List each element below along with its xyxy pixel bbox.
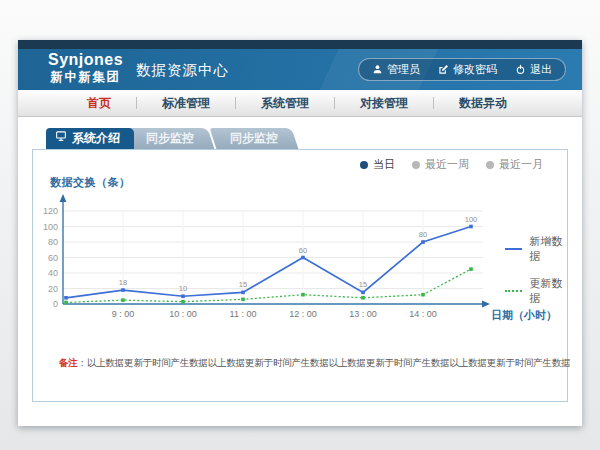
svg-text:14 : 00: 14 : 00: [409, 309, 437, 319]
logout-label: 退出: [530, 62, 552, 77]
user-toolbar: 管理员 修改密码 退出: [358, 58, 566, 81]
svg-text:80: 80: [419, 230, 427, 239]
edit-icon: [438, 64, 449, 75]
tab-label: 同步监控: [230, 128, 278, 149]
nav-item-data-change[interactable]: 数据异动: [434, 95, 532, 112]
radio-last-month[interactable]: 最近一月: [486, 157, 543, 172]
svg-text:100: 100: [43, 222, 58, 232]
svg-text:12 : 00: 12 : 00: [289, 309, 317, 319]
svg-text:100: 100: [465, 215, 478, 224]
user-icon: [372, 64, 383, 75]
logout-button[interactable]: 退出: [506, 62, 561, 77]
svg-text:15: 15: [359, 280, 367, 289]
solid-line-swatch-icon: [505, 248, 522, 250]
user-name-label: 管理员: [387, 62, 420, 77]
main-nav: 首页 标准管理 系统管理 对接管理 数据异动: [18, 90, 582, 117]
tab-label: 系统介绍: [72, 128, 120, 149]
footnote: 备注：以上数据更新于时间产生数据以上数据更新于时间产生数据以上数据更新于时间产生…: [59, 357, 571, 370]
chart-panel: 当日 最近一周 最近一月 数据交换（条） 0204060801001209 : …: [32, 149, 568, 402]
time-range-filter: 当日 最近一周 最近一月: [360, 157, 543, 172]
svg-text:9 : 00: 9 : 00: [112, 309, 135, 319]
radio-dot-icon: [412, 161, 420, 169]
svg-text:0: 0: [53, 299, 58, 309]
nav-item-interface-mgmt[interactable]: 对接管理: [335, 95, 433, 112]
logo: Synjones 新中新集团: [48, 52, 123, 84]
svg-text:15: 15: [239, 280, 247, 289]
app-window: Synjones 新中新集团 数据资源中心 管理员 修改密码 退出: [18, 40, 582, 426]
tab-system-intro[interactable]: 系统介绍: [46, 128, 134, 149]
legend-item-new-data[interactable]: 新增数据: [505, 234, 567, 264]
nav-item-system-mgmt[interactable]: 系统管理: [236, 95, 334, 112]
top-strip: [18, 40, 582, 49]
radio-label: 最近一月: [499, 157, 543, 172]
tab-label: 同步监控: [146, 128, 194, 149]
legend-item-updated-data[interactable]: 更新数据: [505, 276, 567, 306]
change-password-button[interactable]: 修改密码: [429, 62, 506, 77]
svg-text:18: 18: [119, 278, 127, 287]
radio-label: 最近一周: [425, 157, 469, 172]
svg-text:13 : 00: 13 : 00: [349, 309, 377, 319]
logo-company: 新中新集团: [48, 71, 123, 84]
svg-text:11 : 00: 11 : 00: [230, 309, 257, 319]
legend-label: 新增数据: [529, 234, 567, 264]
document-icon: [55, 128, 67, 149]
dotted-line-swatch-icon: [505, 290, 522, 292]
radio-today[interactable]: 当日: [360, 157, 395, 172]
svg-text:60: 60: [299, 246, 307, 255]
svg-text:60: 60: [48, 253, 58, 263]
svg-text:80: 80: [48, 237, 58, 247]
radio-dot-icon: [486, 161, 494, 169]
footnote-text: ：以上数据更新于时间产生数据以上数据更新于时间产生数据以上数据更新于时间产生数据…: [78, 357, 571, 368]
chart-legend: 新增数据 更新数据: [505, 234, 567, 318]
svg-text:10: 10: [179, 284, 187, 293]
footnote-label: 备注: [59, 357, 78, 368]
nav-item-standard-mgmt[interactable]: 标准管理: [137, 95, 235, 112]
tab-sync-monitor-2[interactable]: 同步监控: [210, 128, 299, 149]
tab-sync-monitor-1[interactable]: 同步监控: [126, 128, 215, 149]
legend-label: 更新数据: [529, 276, 567, 306]
logo-brand: Synjones: [48, 52, 123, 68]
nav-item-home[interactable]: 首页: [62, 95, 136, 112]
svg-text:40: 40: [48, 268, 58, 278]
svg-text:10 : 00: 10 : 00: [169, 309, 197, 319]
header-bar: Synjones 新中新集团 数据资源中心 管理员 修改密码 退出: [18, 49, 582, 90]
radio-dot-icon: [360, 161, 368, 169]
tab-bar: 系统介绍 同步监控 同步监控: [46, 128, 582, 149]
power-icon: [515, 64, 526, 75]
line-chart: 0204060801001209 : 0010 : 0011 : 0012 : …: [33, 188, 493, 338]
admin-user-button[interactable]: 管理员: [363, 62, 429, 77]
change-password-label: 修改密码: [453, 62, 497, 77]
svg-text:20: 20: [48, 284, 58, 294]
radio-label: 当日: [373, 157, 395, 172]
page-title: 数据资源中心: [136, 61, 229, 80]
svg-text:120: 120: [43, 206, 58, 216]
radio-last-week[interactable]: 最近一周: [412, 157, 469, 172]
series-line-0: [66, 227, 471, 298]
